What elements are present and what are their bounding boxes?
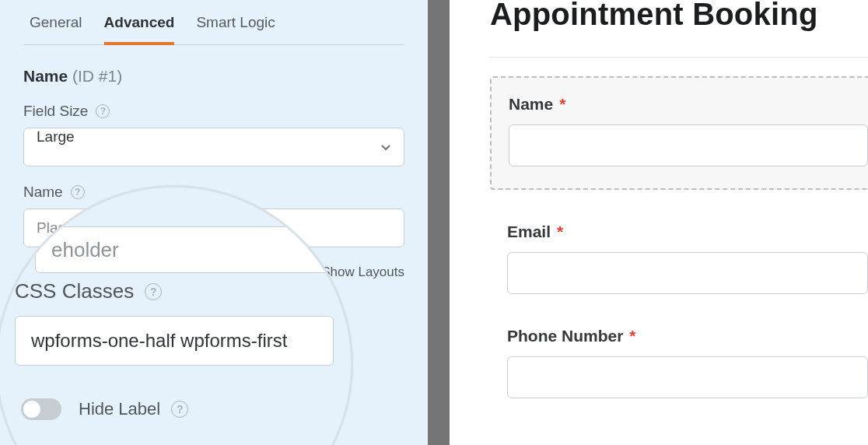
show-layouts-link[interactable]: Show Layouts xyxy=(321,265,404,280)
tabs: General Advanced Smart Logic xyxy=(23,0,404,45)
field-size-label: Field Size ? xyxy=(23,103,404,120)
help-icon[interactable]: ? xyxy=(71,185,85,199)
field-id-text: (ID #1) xyxy=(72,67,122,85)
phone-input-preview[interactable] xyxy=(507,356,868,398)
field-name-label: Name xyxy=(23,67,68,85)
hide-label-text: Hide Label ? xyxy=(79,399,188,419)
preview-field-phone[interactable]: Phone Number * xyxy=(490,310,868,398)
required-asterisk: * xyxy=(559,95,565,114)
help-icon[interactable]: ? xyxy=(96,104,110,118)
required-asterisk: * xyxy=(629,327,635,345)
field-size-select[interactable]: Large xyxy=(23,128,404,166)
help-icon[interactable]: ? xyxy=(145,283,162,300)
tab-general[interactable]: General xyxy=(30,14,82,45)
hide-label-toggle[interactable] xyxy=(21,398,61,420)
required-asterisk: * xyxy=(557,223,563,241)
preview-field-email[interactable]: Email * xyxy=(490,205,868,294)
field-options-panel: General Advanced Smart Logic Name (ID #1… xyxy=(0,0,428,445)
field-label-email: Email * xyxy=(507,223,868,241)
css-classes-input[interactable] xyxy=(15,316,334,366)
form-preview-panel: Appointment Booking Name * Email * Phone… xyxy=(450,0,868,445)
divider-line xyxy=(490,57,868,58)
help-icon[interactable]: ? xyxy=(171,401,188,418)
tab-advanced[interactable]: Advanced xyxy=(104,14,175,45)
preview-field-name[interactable]: Name * xyxy=(490,76,868,190)
field-heading: Name (ID #1) xyxy=(23,67,404,86)
tab-smart-logic[interactable]: Smart Logic xyxy=(196,14,275,45)
email-input-preview[interactable] xyxy=(507,252,868,294)
panel-divider xyxy=(428,0,450,445)
name-input-preview[interactable] xyxy=(509,124,868,166)
css-classes-label: CSS Classes ? xyxy=(15,279,334,303)
field-label-name: Name * xyxy=(509,95,868,114)
form-title: Appointment Booking xyxy=(490,0,868,32)
field-label-phone: Phone Number * xyxy=(507,327,868,345)
